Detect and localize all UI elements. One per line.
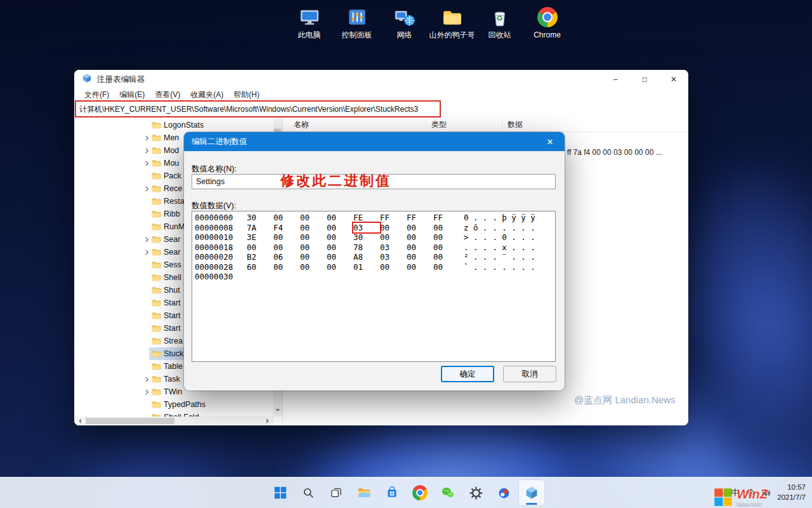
search-button[interactable]	[296, 480, 321, 505]
maximize-button[interactable]: □	[630, 70, 659, 89]
menu-item-2[interactable]: 查看(V)	[150, 89, 185, 101]
recycle-symbol: ♻	[496, 15, 503, 22]
folder-icon	[152, 375, 161, 383]
pinned-app-button[interactable]	[491, 480, 516, 505]
clock-time: 10:57	[777, 483, 806, 493]
chevron-right-icon	[144, 389, 150, 395]
chevron-right-icon	[144, 250, 150, 255]
hex-row-00000018[interactable]: 000000180000000078030000. . . . x . . .	[195, 243, 555, 253]
file-explorer-button[interactable]	[351, 480, 377, 505]
desktop-icon-control-panel[interactable]: 控制面板	[333, 3, 381, 43]
folder-icon	[152, 248, 161, 256]
start-button[interactable]	[268, 480, 293, 505]
tree-item-0-logonstats[interactable]: LogonStats	[74, 119, 273, 131]
desktop-icon-recycle-bin[interactable]: ♻ 回收站	[476, 3, 523, 43]
annotation-highlighted-byte: 03	[353, 223, 380, 233]
chrome-button[interactable]	[407, 480, 433, 505]
hex-row-00000008[interactable]: 000000087AF4000003000000z ô . . . . . .	[195, 223, 555, 233]
folder-icon	[152, 159, 161, 167]
chevron-right-icon	[144, 135, 150, 141]
folder-icon	[442, 6, 463, 29]
menu-item-1[interactable]: 编辑(E)	[114, 89, 150, 101]
value-name-label: 数值名称(N):	[192, 164, 237, 175]
hex-row-00000020[interactable]: 00000020B2060000A8030000² . . . ¨ . . .	[195, 252, 555, 262]
regedit-app-icon	[82, 73, 92, 86]
search-icon	[302, 486, 315, 499]
taskbar-clock[interactable]: 10:57 2021/7/7	[777, 483, 806, 502]
menu-item-4[interactable]: 帮助(H)	[228, 89, 265, 101]
gear-icon	[469, 486, 483, 500]
folder-icon	[152, 147, 161, 154]
settings-value-data[interactable]: ff ff 7a f4 00 00 03 00 00 00 ...	[561, 148, 662, 157]
taskbar-center	[268, 480, 544, 505]
folder-icon	[152, 210, 161, 218]
tray-overflow-chevron-icon[interactable]	[717, 490, 724, 497]
volume-icon[interactable]	[761, 488, 771, 498]
value-name-field[interactable]: Settings	[192, 174, 556, 189]
folder-icon	[152, 312, 161, 319]
window-title: 注册表编辑器	[97, 74, 145, 85]
desktop-icon-label: 山外的鸭子哥	[429, 30, 475, 40]
chevron-right-icon	[144, 148, 150, 154]
microsoft-store-button[interactable]	[379, 480, 405, 505]
hex-row-00000010[interactable]: 000000103E00000030000000> . . . 0 . . .	[195, 232, 555, 243]
taskbar: 中 10:57 2021/7/7	[0, 477, 812, 508]
menu-item-0[interactable]: 文件(F)	[79, 89, 114, 101]
folder-icon	[152, 236, 161, 243]
cancel-button[interactable]: 取消	[503, 366, 556, 382]
desktop-icon-label: 此电脑	[298, 30, 321, 40]
desktop-icon-chrome[interactable]: Chrome	[523, 3, 571, 43]
desktop-icon-this-pc[interactable]: 此电脑	[285, 3, 333, 43]
dialog-title-bar[interactable]: 编辑二进制数值 ✕	[184, 132, 565, 151]
window-controls: – □ ✕	[601, 70, 688, 89]
desktop-icon-folder[interactable]: 山外的鸭子哥	[428, 3, 476, 43]
dialog-close-icon[interactable]: ✕	[535, 132, 565, 151]
hex-row-00000000[interactable]: 0000000030000000FEFFFFFF0 . . . þ ÿ ÿ ÿ	[195, 213, 555, 223]
close-button[interactable]: ✕	[659, 70, 688, 89]
task-view-button[interactable]	[324, 480, 349, 505]
chevron-right-icon	[144, 161, 150, 166]
hex-editor[interactable]: 0000000030000000FEFFFFFF0 . . . þ ÿ ÿ ÿ0…	[192, 211, 556, 362]
scrollbar-thumb[interactable]	[86, 418, 174, 424]
desktop-icon-label: 回收站	[488, 30, 511, 40]
wechat-icon	[441, 486, 455, 500]
folder-icon	[152, 337, 161, 345]
regedit-taskbar-button[interactable]	[519, 480, 544, 505]
ok-button[interactable]: 确定	[441, 366, 494, 382]
dialog-title: 编辑二进制数值	[192, 137, 247, 147]
ime-indicator[interactable]: 中	[731, 487, 739, 498]
folder-icon	[152, 286, 161, 294]
column-data[interactable]: 数据	[502, 117, 688, 131]
network-icon	[394, 6, 416, 29]
tree-horizontal-scrollbar[interactable]	[74, 417, 273, 425]
value-data-label: 数值数据(V):	[192, 201, 236, 211]
store-icon	[386, 486, 398, 499]
folder-icon	[152, 261, 161, 269]
menu-bar: 文件(F)编辑(E)查看(V)收藏夹(A)帮助(H)	[74, 89, 688, 101]
folder-icon	[152, 401, 161, 408]
folder-icon	[152, 172, 161, 180]
chevron-right-icon	[144, 377, 150, 382]
menu-item-3[interactable]: 收藏夹(A)	[185, 89, 228, 101]
column-type[interactable]: 类型	[426, 117, 502, 131]
chrome-icon	[412, 485, 428, 500]
wechat-button[interactable]	[435, 480, 461, 505]
control-panel-icon	[346, 6, 368, 29]
hex-row-00000028[interactable]: 000000286000000001000000` . . . . . . .	[195, 262, 555, 272]
folder-icon	[152, 274, 161, 281]
desktop-icon-network[interactable]: 网络	[381, 3, 428, 43]
tree-item-22-typedpaths[interactable]: TypedPaths	[74, 398, 273, 411]
chevron-right-icon	[144, 237, 150, 243]
network-tray-icon[interactable]	[745, 488, 755, 498]
settings-button[interactable]	[463, 480, 488, 505]
column-name[interactable]: 名称	[283, 117, 426, 131]
minimize-button[interactable]: –	[601, 70, 630, 89]
folder-icon	[152, 363, 161, 370]
folder-icon	[152, 197, 161, 205]
title-bar[interactable]: 注册表编辑器 – □ ✕	[74, 70, 688, 89]
hex-row-00000030[interactable]: 00000030	[195, 272, 555, 282]
file-explorer-icon	[357, 486, 371, 500]
address-bar[interactable]: 计算机\HKEY_CURRENT_USER\Software\Microsoft…	[74, 101, 688, 118]
windows-logo-icon	[273, 486, 287, 500]
desktop-icons: 此电脑 控制面板 网络 山外的鸭子哥 ♻ 回收站	[285, 3, 571, 43]
